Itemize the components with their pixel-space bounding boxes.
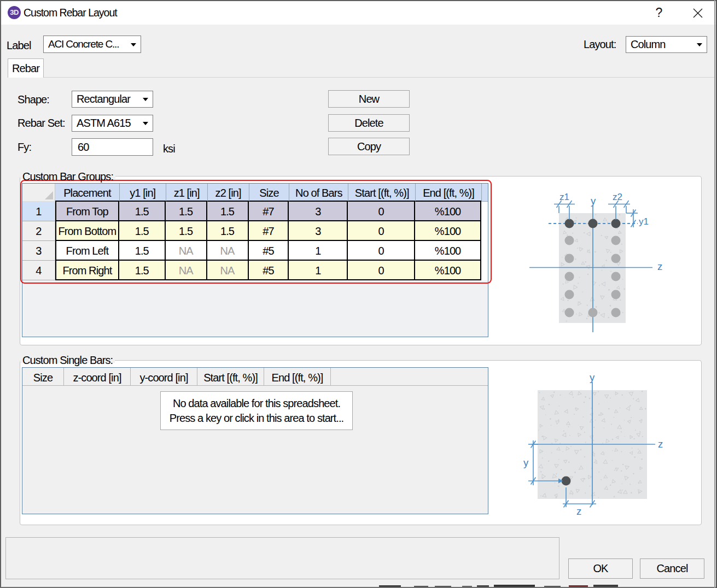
svg-text:y: y [590,372,595,383]
svg-text:z: z [658,438,663,450]
svg-text:z: z [576,505,581,517]
svg-text:y: y [523,457,529,468]
svg-text:z2: z2 [613,192,622,202]
svg-text:y1: y1 [639,216,649,227]
svg-text:z1: z1 [559,192,569,202]
svg-text:y: y [591,195,596,207]
svg-text:z: z [657,261,662,272]
